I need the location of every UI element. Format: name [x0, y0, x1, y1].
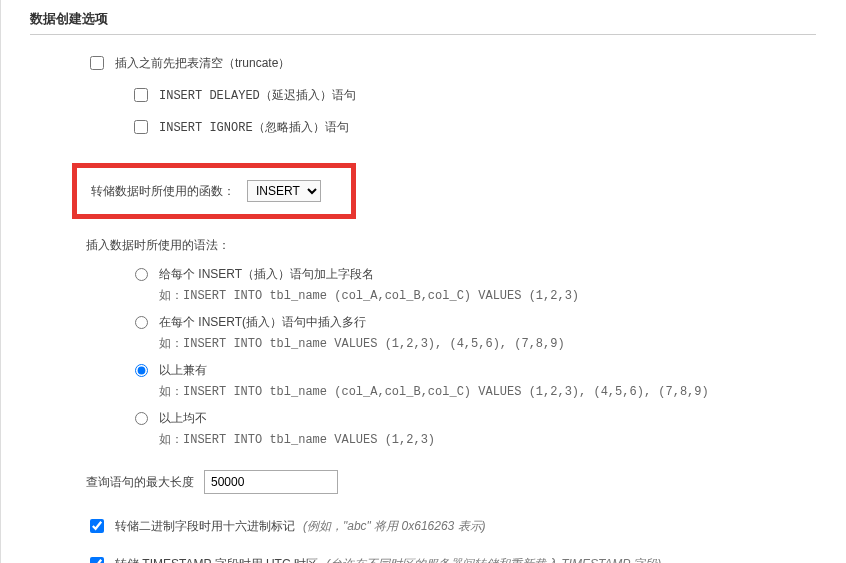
max-query-length-row: 查询语句的最大长度 — [86, 470, 846, 494]
insert-ignore-label: INSERT IGNORE（忽略插入）语句 — [159, 119, 349, 136]
truncate-checkbox[interactable] — [90, 56, 104, 70]
insert-ignore-row: INSERT IGNORE（忽略插入）语句 — [130, 117, 846, 137]
syntax-multirow-label: 在每个 INSERT(插入）语句中插入多行 — [159, 314, 565, 331]
dump-function-label: 转储数据时所使用的函数： — [91, 183, 235, 200]
syntax-both-label: 以上兼有 — [159, 362, 709, 379]
syntax-radio-columns[interactable] — [135, 268, 148, 281]
max-query-length-input[interactable] — [204, 470, 338, 494]
syntax-neither-label: 以上均不 — [159, 410, 435, 427]
syntax-option-columns: 给每个 INSERT（插入）语句加上字段名 如：INSERT INTO tbl_… — [130, 266, 846, 304]
export-data-options-panel: 数据创建选项 插入之前先把表清空（truncate） INSERT DELAYE… — [0, 0, 846, 563]
dump-function-highlight: 转储数据时所使用的函数： INSERT — [72, 163, 356, 219]
insert-ignore-checkbox[interactable] — [134, 120, 148, 134]
syntax-columns-label: 给每个 INSERT（插入）语句加上字段名 — [159, 266, 579, 283]
syntax-option-both: 以上兼有 如：INSERT INTO tbl_name (col_A,col_B… — [130, 362, 846, 400]
syntax-multirow-sublabel: 如：INSERT INTO tbl_name VALUES (1,2,3), (… — [159, 335, 565, 352]
syntax-option-neither: 以上均不 如：INSERT INTO tbl_name VALUES (1,2,… — [130, 410, 846, 448]
syntax-both-sublabel: 如：INSERT INTO tbl_name (col_A,col_B,col_… — [159, 383, 709, 400]
utc-timestamp-checkbox[interactable] — [90, 557, 104, 563]
syntax-columns-sublabel: 如：INSERT INTO tbl_name (col_A,col_B,col_… — [159, 287, 579, 304]
utc-timestamp-note: (允许在不同时区的服务器间转储和重新载入 TIMESTAMP 字段) — [326, 556, 661, 564]
section-title: 数据创建选项 — [30, 10, 816, 35]
insert-delayed-label: INSERT DELAYED（延迟插入）语句 — [159, 87, 356, 104]
hex-binary-row: 转储二进制字段时用十六进制标记 (例如，"abc" 将用 0x616263 表示… — [86, 516, 846, 536]
syntax-radio-both[interactable] — [135, 364, 148, 377]
hex-binary-label: 转储二进制字段时用十六进制标记 — [115, 518, 295, 535]
hex-binary-checkbox[interactable] — [90, 519, 104, 533]
syntax-neither-sublabel: 如：INSERT INTO tbl_name VALUES (1,2,3) — [159, 431, 435, 448]
max-query-length-label: 查询语句的最大长度 — [86, 474, 194, 491]
insert-syntax-label: 插入数据时所使用的语法： — [86, 237, 846, 254]
utc-timestamp-row: 转储 TIMESTAMP 字段时用 UTC 时区 (允许在不同时区的服务器间转储… — [86, 554, 846, 563]
insert-delayed-row: INSERT DELAYED（延迟插入）语句 — [130, 85, 846, 105]
syntax-radio-neither[interactable] — [135, 412, 148, 425]
hex-binary-note: (例如，"abc" 将用 0x616263 表示) — [303, 518, 486, 535]
syntax-option-multirow: 在每个 INSERT(插入）语句中插入多行 如：INSERT INTO tbl_… — [130, 314, 846, 352]
syntax-radio-multirow[interactable] — [135, 316, 148, 329]
utc-timestamp-label: 转储 TIMESTAMP 字段时用 UTC 时区 — [115, 556, 318, 564]
dump-function-select[interactable]: INSERT — [247, 180, 321, 202]
truncate-row: 插入之前先把表清空（truncate） — [86, 53, 846, 73]
truncate-label: 插入之前先把表清空（truncate） — [115, 55, 290, 72]
insert-delayed-checkbox[interactable] — [134, 88, 148, 102]
